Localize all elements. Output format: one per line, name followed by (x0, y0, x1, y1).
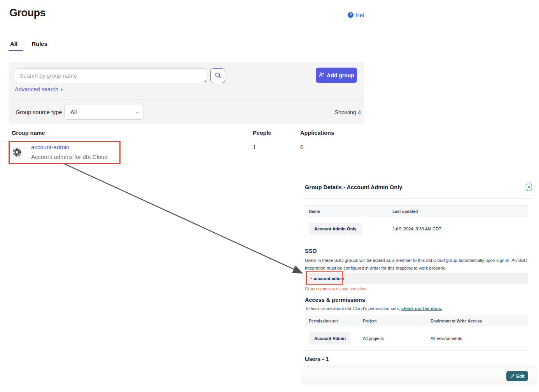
search-input[interactable] (15, 68, 207, 83)
group-applications-count: 0 (300, 144, 303, 150)
advanced-search-toggle[interactable]: Advanced search ▾ (15, 86, 63, 92)
name-table: Name Last updated Account Admin Only Jul… (305, 205, 528, 241)
column-header-applications: Applications (300, 130, 334, 136)
search-area: Advanced search ▾ Add group (9, 62, 364, 99)
page-title: Groups (9, 7, 46, 19)
tabs-divider (9, 51, 364, 51)
group-description: Account admins for dbt Cloud (31, 153, 108, 160)
add-user-icon (318, 72, 324, 78)
group-source-type-value: All (70, 109, 77, 115)
active-tab-indicator (9, 50, 23, 51)
filter-panel: Advanced search ▾ Add group Group sour (9, 62, 364, 124)
group-name-chip: Account Admin Only (309, 223, 362, 235)
name-table-header: Name Last updated (305, 206, 528, 217)
header-environment-write-access: Environment Write Access (430, 319, 528, 323)
case-sensitive-note: Group names are case sensitive (305, 286, 366, 291)
group-gear-icon (12, 147, 22, 157)
column-header-group-name: Group name (12, 130, 45, 136)
groups-list-screenshot: Groups ? Help All Rules (0, 0, 364, 175)
sso-description: Users in these SSO groups will be added … (305, 256, 528, 272)
header-last-updated: Last updated (392, 209, 528, 214)
access-description-prefix: To learn more about dbt Cloud's permissi… (305, 306, 401, 311)
sso-group-name: account-admin (314, 276, 344, 281)
header-name: Name (305, 209, 392, 214)
permissions-table-row: Account Admin All projects All environme… (305, 326, 528, 350)
sso-group-chip-bar: • account-admin (305, 273, 528, 284)
edit-button-label: Edit (516, 374, 525, 378)
close-icon (527, 184, 531, 190)
panel-divider (303, 198, 534, 199)
caret-down-icon: ▾ (61, 87, 63, 92)
sso-heading: SSO (305, 248, 317, 254)
project-value: All projects (363, 336, 430, 341)
permission-set-chip: Account Admin (309, 332, 351, 345)
help-question-icon: ? (348, 12, 354, 18)
tab-rules[interactable]: Rules (32, 40, 47, 47)
access-permissions-description: To learn more about dbt Cloud's permissi… (305, 306, 442, 311)
edit-button[interactable]: Edit (506, 371, 528, 381)
group-people-count: 1 (253, 144, 256, 150)
help-link[interactable]: ? Help (348, 12, 364, 18)
tab-bar: All Rules (10, 40, 47, 47)
docs-link[interactable]: check out the docs. (401, 306, 442, 311)
name-table-row: Account Admin Only Jul 9, 2024, 9:30 AM … (305, 217, 528, 241)
add-group-label: Add group (327, 72, 354, 78)
advanced-search-label: Advanced search (15, 86, 58, 92)
header-permission-set: Permission set (305, 319, 363, 323)
group-source-type-select[interactable]: All ▾ (64, 105, 144, 120)
table-header-divider (9, 139, 364, 139)
users-heading: Users - 1 (305, 356, 329, 362)
environment-write-access-value: All environments (430, 336, 528, 341)
pencil-icon (510, 374, 514, 379)
permissions-table: Permission set Project Environment Write… (305, 315, 528, 351)
help-link-label: Help (355, 12, 364, 18)
access-permissions-heading: Access & permissions (305, 297, 365, 303)
add-group-button[interactable]: Add group (316, 68, 357, 83)
group-source-type-label: Group source type (16, 109, 62, 115)
group-details-panel: Group Details - Account Admin Only Name … (303, 178, 539, 392)
group-name-link[interactable]: account-admin (31, 144, 69, 150)
close-button[interactable] (526, 183, 532, 191)
search-icon (215, 72, 221, 80)
permissions-table-header: Permission set Project Environment Write… (305, 315, 528, 326)
filter-panel-divider (9, 99, 364, 99)
search-button[interactable] (210, 68, 225, 83)
panel-title: Group Details - Account Admin Only (305, 184, 402, 190)
showing-count: Showing 4 (334, 109, 361, 115)
select-caret-icon: ▾ (136, 110, 138, 115)
bullet-icon: • (311, 277, 312, 280)
page: Groups ? Help All Rules (0, 0, 539, 392)
column-header-people: People (253, 130, 271, 136)
header-project: Project (363, 319, 430, 323)
last-updated-value: Jul 9, 2024, 9:30 AM CDT (392, 226, 528, 231)
panel-footer: Edit (303, 368, 536, 385)
tab-all[interactable]: All (10, 40, 18, 47)
